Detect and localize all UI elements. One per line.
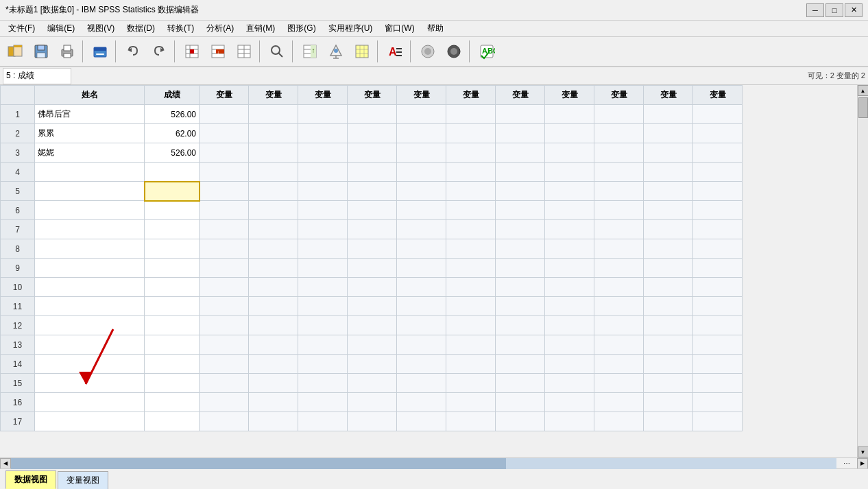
cell-3-name[interactable]: 妮妮 — [35, 143, 145, 163]
cell-3-v8[interactable] — [545, 143, 594, 163]
cell-1-v7[interactable] — [496, 105, 545, 124]
cell-4-v6[interactable] — [446, 163, 496, 182]
menu-view[interactable]: 视图(V) — [82, 21, 120, 36]
cell-5-v6[interactable] — [446, 182, 496, 201]
col-header-var2[interactable]: 变量 — [249, 86, 298, 105]
scroll-right-btn[interactable]: ▶ — [857, 458, 868, 469]
cell-5-v9[interactable] — [594, 182, 644, 201]
cell-1-v2[interactable] — [249, 105, 298, 124]
cell-2-v8[interactable] — [545, 124, 594, 143]
cell-5-name[interactable] — [35, 182, 145, 201]
menu-directmarketing[interactable]: 直销(M) — [241, 21, 280, 36]
cell-1-v1[interactable] — [200, 105, 249, 124]
cell-2-v10[interactable] — [644, 124, 693, 143]
col-header-var4[interactable]: 变量 — [348, 86, 397, 105]
col-header-var9[interactable]: 变量 — [594, 86, 644, 105]
show-all-variables-btn[interactable] — [442, 39, 466, 64]
h-scroll-track[interactable] — [11, 458, 836, 469]
undo-btn[interactable] — [121, 39, 145, 64]
minimize-btn[interactable]: ─ — [806, 3, 824, 17]
cell-4-v2[interactable] — [249, 163, 298, 182]
col-header-var1[interactable]: 变量 — [200, 86, 249, 105]
cell-3-v11[interactable] — [693, 143, 743, 163]
horizontal-scrollbar[interactable]: ◀ ⋯ ▶ — [0, 457, 868, 468]
menu-file[interactable]: 文件(F) — [3, 21, 40, 36]
cell-3-v5[interactable] — [397, 143, 446, 163]
col-header-var7[interactable]: 变量 — [496, 86, 545, 105]
cell-4-v1[interactable] — [200, 163, 249, 182]
cell-3-v10[interactable] — [644, 143, 693, 163]
save-btn[interactable] — [29, 39, 53, 64]
cell-4-v9[interactable] — [594, 163, 644, 182]
cell-4-v10[interactable] — [644, 163, 693, 182]
col-header-var3[interactable]: 变量 — [298, 86, 348, 105]
dialog-recall-btn[interactable] — [88, 39, 112, 64]
cell-1-v4[interactable] — [348, 105, 397, 124]
tab-variable-view[interactable]: 变量视图 — [58, 471, 108, 489]
menu-transform[interactable]: 转换(T) — [162, 21, 200, 36]
col-header-var5[interactable]: 变量 — [397, 86, 446, 105]
select-cases-btn[interactable] — [350, 39, 374, 64]
cell-3-v3[interactable] — [298, 143, 348, 163]
cell-1-v5[interactable] — [397, 105, 446, 124]
cell-5-v4[interactable] — [348, 182, 397, 201]
cell-5-v3[interactable] — [298, 182, 348, 201]
cell-2-v2[interactable] — [249, 124, 298, 143]
vertical-scrollbar[interactable]: ▲ ▼ — [857, 85, 868, 457]
cell-2-v11[interactable] — [693, 124, 743, 143]
cell-5-v8[interactable] — [545, 182, 594, 201]
cell-5-score[interactable] — [145, 182, 200, 201]
cell-4-v7[interactable] — [496, 163, 545, 182]
scroll-left-btn[interactable]: ◀ — [0, 458, 11, 469]
cell-2-v9[interactable] — [594, 124, 644, 143]
cell-1-v10[interactable] — [644, 105, 693, 124]
menu-analyze[interactable]: 分析(A) — [201, 21, 239, 36]
menu-edit[interactable]: 编辑(E) — [42, 21, 80, 36]
scroll-down-btn[interactable]: ▼ — [858, 446, 869, 457]
col-header-var8[interactable]: 变量 — [545, 86, 594, 105]
cell-2-score[interactable]: 62.00 — [145, 124, 200, 143]
spell-check-btn[interactable]: ABC — [474, 39, 499, 64]
cell-5-v11[interactable] — [693, 182, 743, 201]
close-btn[interactable]: ✕ — [845, 3, 863, 17]
col-header-name[interactable]: 姓名 — [35, 86, 145, 105]
cell-2-v6[interactable] — [446, 124, 496, 143]
cell-5-v7[interactable] — [496, 182, 545, 201]
cell-2-name[interactable]: 累累 — [35, 124, 145, 143]
cell-1-name[interactable]: 佛昂后宫 — [35, 105, 145, 124]
cell-4-v5[interactable] — [397, 163, 446, 182]
col-header-var11[interactable]: 变量 — [693, 86, 743, 105]
cell-3-score[interactable]: 526.00 — [145, 143, 200, 163]
cell-1-v9[interactable] — [594, 105, 644, 124]
print-btn[interactable] — [55, 39, 80, 64]
menu-help[interactable]: 帮助 — [422, 21, 449, 36]
cell-3-v1[interactable] — [200, 143, 249, 163]
find-btn[interactable] — [265, 39, 289, 64]
cell-1-v8[interactable] — [545, 105, 594, 124]
cell-3-v9[interactable] — [594, 143, 644, 163]
cell-3-v6[interactable] — [446, 143, 496, 163]
col-header-var6[interactable]: 变量 — [446, 86, 496, 105]
value-labels-btn[interactable]: A — [383, 39, 407, 64]
cell-3-v4[interactable] — [348, 143, 397, 163]
cell-5-v5[interactable] — [397, 182, 446, 201]
menu-utilities[interactable]: 实用程序(U) — [323, 21, 378, 36]
cell-1-score[interactable]: 526.00 — [145, 105, 200, 124]
cell-4-v11[interactable] — [693, 163, 743, 182]
cell-5-v2[interactable] — [249, 182, 298, 201]
maximize-btn[interactable]: □ — [825, 3, 843, 17]
menu-window[interactable]: 窗口(W) — [379, 21, 420, 36]
menu-data[interactable]: 数据(D) — [121, 21, 160, 36]
col-header-score[interactable]: 成绩 — [145, 86, 200, 105]
cell-3-v2[interactable] — [249, 143, 298, 163]
weight-cases-btn[interactable] — [324, 39, 348, 64]
tab-data-view[interactable]: 数据视图 — [5, 470, 56, 489]
cell-1-v6[interactable] — [446, 105, 496, 124]
scroll-corner[interactable]: ⋯ — [836, 460, 857, 467]
col-header-var10[interactable]: 变量 — [644, 86, 693, 105]
cell-4-score[interactable] — [145, 163, 200, 182]
split-file-btn[interactable] — [232, 39, 256, 64]
cell-2-v7[interactable] — [496, 124, 545, 143]
use-var-sets-btn[interactable] — [415, 39, 440, 64]
cell-5-v10[interactable] — [644, 182, 693, 201]
